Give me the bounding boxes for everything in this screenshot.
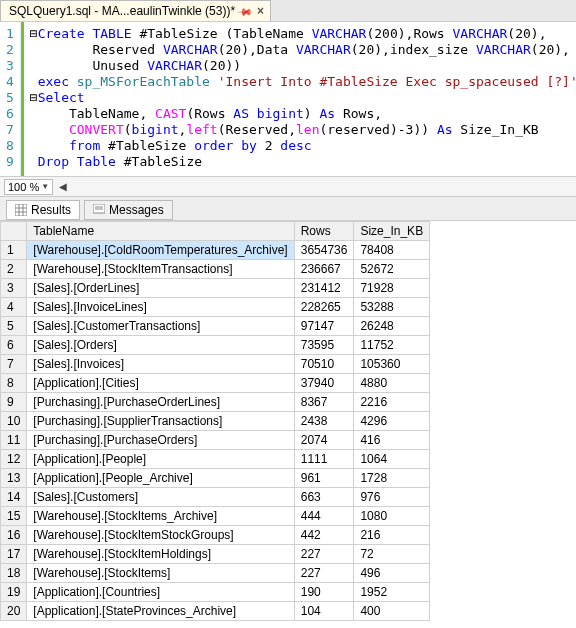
cell-tablename[interactable]: [Warehouse].[StockItemTransactions] bbox=[27, 260, 294, 279]
cell-tablename[interactable]: [Sales].[Orders] bbox=[27, 336, 294, 355]
cell-size[interactable]: 52672 bbox=[354, 260, 430, 279]
cell-rows[interactable]: 37940 bbox=[294, 374, 354, 393]
cell-size[interactable]: 53288 bbox=[354, 298, 430, 317]
code-line[interactable]: ⊟Create TABLE #TableSize (TableName VARC… bbox=[30, 26, 576, 42]
cell-rows[interactable]: 663 bbox=[294, 488, 354, 507]
column-header[interactable]: Size_In_KB bbox=[354, 222, 430, 241]
cell-rows[interactable]: 8367 bbox=[294, 393, 354, 412]
table-row[interactable]: 14[Sales].[Customers]663976 bbox=[1, 488, 430, 507]
code-line[interactable]: Unused VARCHAR(20)) bbox=[30, 58, 576, 74]
tab-results[interactable]: Results bbox=[6, 200, 80, 220]
table-row[interactable]: 11[Purchasing].[PurchaseOrders]2074416 bbox=[1, 431, 430, 450]
cell-tablename[interactable]: [Purchasing].[PurchaseOrderLines] bbox=[27, 393, 294, 412]
cell-rows[interactable]: 97147 bbox=[294, 317, 354, 336]
code-line[interactable]: ⊟Select bbox=[30, 90, 576, 106]
cell-rows[interactable]: 228265 bbox=[294, 298, 354, 317]
table-row[interactable]: 13[Application].[People_Archive]9611728 bbox=[1, 469, 430, 488]
row-number-cell[interactable]: 19 bbox=[1, 583, 27, 602]
table-row[interactable]: 6[Sales].[Orders]7359511752 bbox=[1, 336, 430, 355]
cell-size[interactable]: 4880 bbox=[354, 374, 430, 393]
tab-messages[interactable]: Messages bbox=[84, 200, 173, 220]
cell-tablename[interactable]: [Sales].[Customers] bbox=[27, 488, 294, 507]
row-number-cell[interactable]: 18 bbox=[1, 564, 27, 583]
document-tab[interactable]: SQLQuery1.sql - MA...eaulinTwinkle (53))… bbox=[0, 0, 271, 21]
cell-tablename[interactable]: [Warehouse].[StockItems] bbox=[27, 564, 294, 583]
cell-rows[interactable]: 2438 bbox=[294, 412, 354, 431]
row-number-cell[interactable]: 4 bbox=[1, 298, 27, 317]
cell-size[interactable]: 1080 bbox=[354, 507, 430, 526]
cell-size[interactable]: 105360 bbox=[354, 355, 430, 374]
table-row[interactable]: 17[Warehouse].[StockItemHoldings]22772 bbox=[1, 545, 430, 564]
code-line[interactable]: Reserved VARCHAR(20),Data VARCHAR(20),in… bbox=[30, 42, 576, 58]
row-number-cell[interactable]: 9 bbox=[1, 393, 27, 412]
cell-tablename[interactable]: [Purchasing].[PurchaseOrders] bbox=[27, 431, 294, 450]
row-number-cell[interactable]: 8 bbox=[1, 374, 27, 393]
row-number-cell[interactable]: 12 bbox=[1, 450, 27, 469]
cell-size[interactable]: 416 bbox=[354, 431, 430, 450]
cell-size[interactable]: 78408 bbox=[354, 241, 430, 260]
row-number-cell[interactable]: 6 bbox=[1, 336, 27, 355]
cell-tablename[interactable]: [Application].[Cities] bbox=[27, 374, 294, 393]
cell-rows[interactable]: 73595 bbox=[294, 336, 354, 355]
cell-tablename[interactable]: [Sales].[Invoices] bbox=[27, 355, 294, 374]
cell-rows[interactable]: 236667 bbox=[294, 260, 354, 279]
cell-size[interactable]: 71928 bbox=[354, 279, 430, 298]
cell-tablename[interactable]: [Warehouse].[ColdRoomTemperatures_Archiv… bbox=[27, 241, 294, 260]
pin-icon[interactable]: 📌 bbox=[237, 3, 253, 19]
header-corner[interactable] bbox=[1, 222, 27, 241]
cell-tablename[interactable]: [Application].[Countries] bbox=[27, 583, 294, 602]
cell-rows[interactable]: 227 bbox=[294, 545, 354, 564]
table-row[interactable]: 9[Purchasing].[PurchaseOrderLines]836722… bbox=[1, 393, 430, 412]
cell-size[interactable]: 72 bbox=[354, 545, 430, 564]
row-number-cell[interactable]: 2 bbox=[1, 260, 27, 279]
row-number-cell[interactable]: 17 bbox=[1, 545, 27, 564]
close-icon[interactable]: × bbox=[257, 4, 264, 18]
cell-rows[interactable]: 231412 bbox=[294, 279, 354, 298]
cell-tablename[interactable]: [Sales].[InvoiceLines] bbox=[27, 298, 294, 317]
sql-editor[interactable]: 123456789 ⊟Create TABLE #TableSize (Tabl… bbox=[0, 22, 576, 177]
code-line[interactable]: from #TableSize order by 2 desc bbox=[30, 138, 576, 154]
cell-tablename[interactable]: [Warehouse].[StockItemStockGroups] bbox=[27, 526, 294, 545]
code-area[interactable]: ⊟Create TABLE #TableSize (TableName VARC… bbox=[26, 22, 576, 176]
row-number-cell[interactable]: 10 bbox=[1, 412, 27, 431]
table-row[interactable]: 18[Warehouse].[StockItems]227496 bbox=[1, 564, 430, 583]
row-number-cell[interactable]: 14 bbox=[1, 488, 27, 507]
cell-size[interactable]: 2216 bbox=[354, 393, 430, 412]
table-row[interactable]: 3[Sales].[OrderLines]23141271928 bbox=[1, 279, 430, 298]
table-row[interactable]: 16[Warehouse].[StockItemStockGroups]4422… bbox=[1, 526, 430, 545]
table-row[interactable]: 8[Application].[Cities]379404880 bbox=[1, 374, 430, 393]
results-grid-container[interactable]: TableName Rows Size_In_KB 1[Warehouse].[… bbox=[0, 221, 576, 628]
table-row[interactable]: 19[Application].[Countries]1901952 bbox=[1, 583, 430, 602]
table-row[interactable]: 10[Purchasing].[SupplierTransactions]243… bbox=[1, 412, 430, 431]
code-line[interactable]: exec sp_MSForEachTable 'Insert Into #Tab… bbox=[30, 74, 576, 90]
table-row[interactable]: 4[Sales].[InvoiceLines]22826553288 bbox=[1, 298, 430, 317]
cell-rows[interactable]: 104 bbox=[294, 602, 354, 621]
cell-size[interactable]: 976 bbox=[354, 488, 430, 507]
cell-size[interactable]: 1064 bbox=[354, 450, 430, 469]
cell-size[interactable]: 26248 bbox=[354, 317, 430, 336]
table-row[interactable]: 12[Application].[People]11111064 bbox=[1, 450, 430, 469]
cell-size[interactable]: 1952 bbox=[354, 583, 430, 602]
cell-rows[interactable]: 961 bbox=[294, 469, 354, 488]
row-number-cell[interactable]: 20 bbox=[1, 602, 27, 621]
zoom-dropdown[interactable]: 100 % ▼ bbox=[4, 179, 53, 195]
cell-rows[interactable]: 190 bbox=[294, 583, 354, 602]
table-row[interactable]: 15[Warehouse].[StockItems_Archive]444108… bbox=[1, 507, 430, 526]
cell-rows[interactable]: 444 bbox=[294, 507, 354, 526]
cell-size[interactable]: 496 bbox=[354, 564, 430, 583]
cell-tablename[interactable]: [Sales].[OrderLines] bbox=[27, 279, 294, 298]
row-number-cell[interactable]: 7 bbox=[1, 355, 27, 374]
table-row[interactable]: 2[Warehouse].[StockItemTransactions]2366… bbox=[1, 260, 430, 279]
cell-tablename[interactable]: [Application].[People] bbox=[27, 450, 294, 469]
table-row[interactable]: 20[Application].[StateProvinces_Archive]… bbox=[1, 602, 430, 621]
row-number-cell[interactable]: 16 bbox=[1, 526, 27, 545]
cell-size[interactable]: 1728 bbox=[354, 469, 430, 488]
code-line[interactable]: CONVERT(bigint,left(Reserved,len(reserve… bbox=[30, 122, 576, 138]
column-header[interactable]: Rows bbox=[294, 222, 354, 241]
row-number-cell[interactable]: 11 bbox=[1, 431, 27, 450]
row-number-cell[interactable]: 15 bbox=[1, 507, 27, 526]
cell-size[interactable]: 400 bbox=[354, 602, 430, 621]
row-number-cell[interactable]: 13 bbox=[1, 469, 27, 488]
row-number-cell[interactable]: 5 bbox=[1, 317, 27, 336]
cell-rows[interactable]: 442 bbox=[294, 526, 354, 545]
